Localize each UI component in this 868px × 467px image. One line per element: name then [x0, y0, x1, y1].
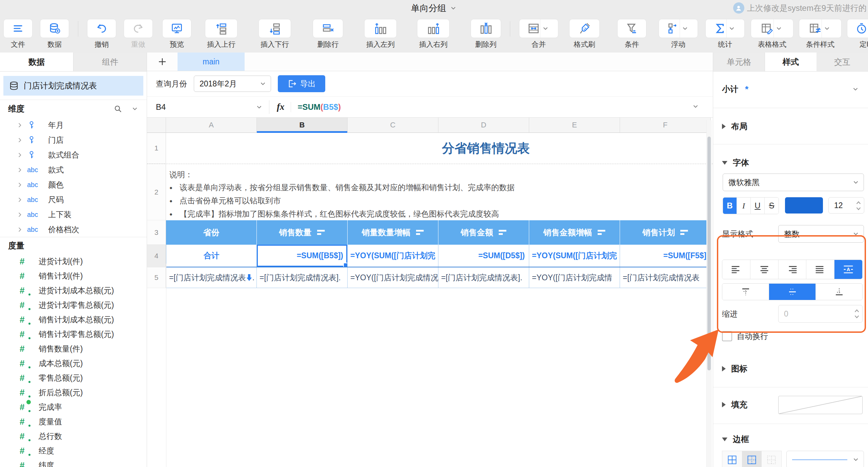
display-format-select[interactable]: 整数 [778, 225, 864, 243]
column-header-D[interactable]: D [438, 118, 529, 133]
measure-item[interactable]: #纬度 [0, 458, 147, 467]
chevron-down-icon[interactable] [680, 19, 690, 38]
report-type-dropdown[interactable]: 单向分组 [411, 2, 457, 14]
measure-item[interactable]: #销售计划零售总额(元) [0, 327, 147, 342]
dimension-item[interactable]: 年月 [0, 118, 147, 133]
column-header-C[interactable]: C [348, 118, 438, 133]
row-header-1[interactable]: 1 [147, 133, 166, 164]
bold-button[interactable]: B [723, 198, 737, 214]
toolbar-button-filter-funnel[interactable]: 条件 [617, 19, 646, 49]
chevron-right-icon[interactable] [17, 152, 27, 158]
toolbar-button-insert-col-left[interactable]: 插入左列 [364, 19, 397, 49]
row-header-4[interactable]: 4 [147, 245, 166, 267]
total-row-cell[interactable]: =YOY(SUM([门店计划完 [529, 245, 620, 267]
align-right-button[interactable] [779, 260, 807, 279]
export-button[interactable]: 导出 [278, 75, 325, 92]
chevron-down-icon[interactable] [773, 19, 784, 38]
chevron-down-icon[interactable] [726, 19, 737, 38]
valign-bottom-button[interactable] [816, 284, 862, 300]
border-section[interactable]: 边框 [713, 429, 868, 449]
dimension-item[interactable]: abc颜色 [0, 177, 147, 192]
stepper-icon[interactable] [855, 199, 862, 212]
total-row-cell[interactable]: =SUM([F5$] [620, 245, 711, 267]
table-header-cell[interactable]: 省份 [166, 220, 257, 245]
report-notes[interactable]: 说明：●该表是单向浮动表，按省分组显示销售数量、销售金额及其对应的增幅和销售计划… [166, 164, 711, 221]
dimension-item[interactable]: abc尺码 [0, 192, 147, 207]
toolbar-button-table-format[interactable]: 表格格式 [751, 19, 793, 49]
collapse-dimensions-icon[interactable] [131, 105, 139, 113]
chevron-down-icon[interactable] [540, 19, 551, 38]
detail-row-cell[interactable]: =YOY([门店计划完成情 [529, 267, 620, 288]
row-header-3[interactable]: 3 [147, 220, 166, 245]
tab-interaction[interactable]: 交互 [817, 53, 868, 71]
font-size-input[interactable]: 12 [828, 197, 864, 214]
chevron-right-icon[interactable] [17, 122, 27, 128]
tab-components[interactable]: 组件 [73, 53, 147, 71]
tab-data[interactable]: 数据 [0, 53, 73, 71]
chevron-down-icon[interactable] [822, 19, 832, 38]
measure-item[interactable]: #进货计划零售总额(元) [0, 298, 147, 312]
subtotal-section[interactable]: 小计* [713, 77, 868, 101]
fx-icon[interactable]: fx [277, 102, 285, 112]
icon-section[interactable]: 图标 [713, 359, 868, 379]
valign-middle-button[interactable] [769, 284, 816, 300]
toolbar-button-merge-cells[interactable]: 合并 [519, 19, 558, 49]
detail-row-cell[interactable]: =[门店计划完成情况表]. [438, 267, 529, 288]
chevron-right-icon[interactable] [17, 137, 27, 143]
chevron-right-icon[interactable] [17, 167, 27, 173]
measure-item[interactable]: #销售计划成本总额(元) [0, 312, 147, 327]
table-header-cell[interactable]: 销售金额增幅 [529, 220, 620, 245]
selection-handle[interactable] [343, 263, 348, 267]
measure-item[interactable]: #完成率 [0, 400, 147, 414]
total-row-cell[interactable]: =SUM([D5$]) [438, 245, 529, 267]
row-header-2[interactable]: 2 [147, 164, 166, 220]
row-header-5[interactable]: 5 [147, 267, 166, 288]
vertical-scrollbar[interactable] [706, 120, 712, 467]
measure-item[interactable]: #总行数 [0, 429, 147, 444]
tab-style[interactable]: 样式 [765, 53, 817, 71]
tab-cell[interactable]: 单元格 [713, 53, 765, 71]
toolbar-button-insert-col-right[interactable]: 插入右列 [417, 19, 450, 49]
toolbar-button-delete-row[interactable]: 删除行 [313, 19, 343, 49]
toolbar-button-undo[interactable]: 撤销 [87, 19, 116, 49]
total-row-cell[interactable]: 合计 [166, 245, 257, 267]
measure-item[interactable]: #折后总额(元) [0, 385, 147, 400]
toolbar-button-sigma[interactable]: 统计 [705, 19, 745, 49]
total-row-cell[interactable]: =YOY(SUM([门店计划完 [348, 245, 438, 267]
align-justify-button[interactable] [806, 260, 834, 279]
measure-item[interactable]: #进货计划成本总额(元) [0, 283, 147, 298]
toolbar-button-conditional-style[interactable]: 条件样式 [799, 19, 842, 49]
border-style-select-1[interactable] [786, 451, 864, 467]
italic-button[interactable]: I [737, 198, 751, 214]
dimension-item[interactable]: 款式组合 [0, 147, 147, 162]
chevron-right-icon[interactable] [17, 227, 27, 232]
column-header-E[interactable]: E [529, 118, 620, 133]
datasource-item[interactable]: 门店计划完成情况表 [3, 76, 143, 96]
table-header-cell[interactable]: 销售数量 [257, 220, 348, 245]
align-left-button[interactable] [722, 260, 750, 279]
font-color-swatch[interactable] [785, 197, 823, 214]
chevron-right-icon[interactable] [17, 182, 27, 188]
font-section[interactable]: 字体 [713, 153, 868, 173]
measure-item[interactable]: #销售计划(件) [0, 269, 147, 283]
formula-expand-icon[interactable] [692, 103, 699, 110]
font-family-select[interactable]: 微软雅黑 [723, 174, 864, 191]
toolbar-button-insert-row-below[interactable]: 插入下行 [259, 19, 291, 49]
measure-item[interactable]: #度量值 [0, 414, 147, 429]
underline-button[interactable]: U [751, 198, 765, 214]
measure-item[interactable]: #销售数量(件) [0, 342, 147, 356]
fill-color-swatch[interactable] [778, 396, 863, 414]
toolbar-button-delete-col[interactable]: 删除列 [471, 19, 501, 49]
toolbar-button-float[interactable]: 浮动 [659, 19, 698, 49]
search-icon[interactable] [113, 104, 122, 113]
chevron-right-icon[interactable] [17, 197, 27, 203]
add-sheet-button[interactable] [147, 53, 178, 71]
query-month-select[interactable]: 2018年2月 [194, 76, 271, 92]
report-title[interactable]: 分省销售情况表 [442, 140, 530, 157]
dimension-item[interactable]: abc价格档次 [0, 222, 147, 237]
column-header-B[interactable]: B [257, 118, 348, 133]
toolbar-button-insert-row-above[interactable]: 插入上行 [205, 19, 237, 49]
measure-item[interactable]: #零售总额(元) [0, 371, 147, 385]
grid-corner[interactable] [147, 118, 166, 133]
valign-top-button[interactable] [722, 284, 769, 300]
